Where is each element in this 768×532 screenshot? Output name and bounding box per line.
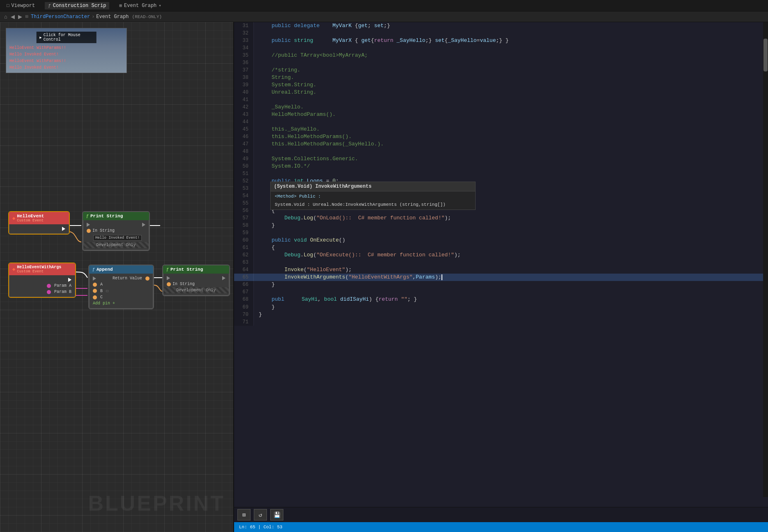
line-num-44: 44 — [234, 118, 254, 126]
refresh-button[interactable]: ↺ — [254, 509, 267, 520]
code-line-43: 43 HelloMethodParams(). — [234, 111, 768, 118]
print-string-1-body: In String Hello Invoked Event! Developme… — [83, 220, 149, 250]
event-icon: ◆ — [12, 215, 15, 221]
param-b-label: Param B — [54, 290, 71, 294]
line-content-37: /*string. — [254, 67, 768, 74]
code-line-62: 62 Debug.Log("OnExecute():: C# member fu… — [234, 251, 768, 259]
line-num-36: 36 — [234, 59, 254, 67]
line-content-50: System.IO.*/ — [254, 163, 768, 170]
event-graph-icon: ⊞ — [119, 3, 122, 8]
code-line-66: 66 } — [234, 281, 768, 288]
scrollbar-thumb[interactable] — [763, 39, 768, 71]
save-button[interactable]: 💾 — [270, 509, 283, 520]
mouse-control-label: Click for Mouse Control — [44, 33, 93, 42]
code-line-49: 49 System.Collections.Generic. — [234, 155, 768, 163]
line-num-33: 33 — [234, 37, 254, 44]
hello-event-exec-pin — [62, 227, 65, 231]
autocomplete-popup[interactable]: (System.Void) InvokeWithArguments <Metho… — [270, 182, 476, 210]
append-return-pin — [145, 276, 149, 281]
top-bar: □ Viewport ƒ Construction Scrip ⊞ Event … — [0, 0, 768, 12]
append-b-pin — [93, 289, 97, 293]
back-button[interactable]: ◀ — [10, 14, 16, 20]
line-num-40: 40 — [234, 89, 254, 96]
line-content-34 — [254, 44, 768, 52]
code-line-63: 63 — [234, 259, 768, 266]
line-num-51: 51 — [234, 170, 254, 177]
event-args-icon: ◆ — [12, 266, 15, 272]
line-content-32 — [254, 30, 768, 37]
line-num-35: 35 — [234, 52, 254, 59]
line-num-57: 57 — [234, 214, 254, 222]
line-num-67: 67 — [234, 288, 254, 296]
breadcrumb-root[interactable]: ThirdPersonCharacter — [31, 14, 90, 20]
breadcrumb-separator-1: › — [92, 14, 94, 20]
log-line-2: Hello Invoked Event! — [9, 51, 66, 58]
code-line-45: 45 this._SayHello. — [234, 126, 768, 133]
print-string-node-1[interactable]: ƒ Print String In String Hello Invoked E… — [82, 211, 150, 251]
hello-event-args-body: Param A Param B — [9, 275, 75, 297]
print-string-node-2[interactable]: ƒ Print String In String Development Onl… — [162, 265, 230, 296]
line-content-46: this.HelloMethodParams(). — [254, 133, 768, 140]
line-content-49: System.Collections.Generic. — [254, 155, 768, 163]
code-lines: 31 public delegate MyVarK {get; set;} 32… — [234, 22, 768, 326]
line-num-55: 55 — [234, 200, 254, 207]
line-content-31: public delegate MyVarK {get; set;} — [254, 22, 768, 30]
line-content-40: Unreal.String. — [254, 89, 768, 96]
hello-event-node[interactable]: ◆ HelloEvent Custom Event — [8, 211, 70, 235]
print-string-2-header: ƒ Print String — [163, 265, 229, 274]
forward-button[interactable]: ▶ — [17, 14, 23, 20]
line-num-50: 50 — [234, 163, 254, 170]
code-line-37: 37 /*string. — [234, 67, 768, 74]
code-line-60: 60 public void OnExecute() — [234, 237, 768, 244]
print-icon-2: ƒ — [166, 267, 169, 272]
append-a-pin — [93, 283, 97, 287]
tab-viewport[interactable]: □ Viewport — [3, 2, 38, 9]
line-num-63: 63 — [234, 259, 254, 266]
param-a-pin — [47, 284, 51, 288]
append-return-label: Return Value — [113, 276, 142, 281]
line-content-62: Debug.Log("OnExecute():: C# member funct… — [254, 251, 768, 259]
tab-dropdown-arrow[interactable]: ▾ — [159, 3, 161, 8]
line-num-54: 54 — [234, 192, 254, 200]
mouse-control-button[interactable]: Click for Mouse Control — [36, 32, 97, 43]
code-line-41: 41 — [234, 96, 768, 104]
code-editor[interactable]: 31 public delegate MyVarK {get; set;} 32… — [234, 22, 768, 507]
print-1-value[interactable]: Hello Invoked Event! — [93, 235, 142, 241]
scrollbar[interactable] — [763, 22, 768, 497]
append-a-label: A — [100, 282, 103, 287]
print-2-warning: Development Only — [163, 287, 229, 293]
construction-icon: ƒ — [48, 3, 51, 8]
tab-event-graph[interactable]: ⊞ Event Graph ▾ — [116, 2, 164, 9]
code-line-71: 71 — [234, 318, 768, 326]
breadcrumb-bar: ⌂ ◀ ▶ ⊞ ThirdPersonCharacter › Event Gra… — [0, 12, 768, 22]
tab-construction-script[interactable]: ƒ Construction Scrip — [45, 2, 109, 9]
line-content-48 — [254, 148, 768, 155]
hello-event-body — [9, 224, 69, 234]
home-button[interactable]: ⌂ — [3, 14, 8, 20]
line-num-47: 47 — [234, 140, 254, 148]
add-pin-row[interactable]: Add pin + — [90, 300, 153, 306]
param-a-label: Param A — [54, 283, 71, 288]
line-content-71 — [254, 318, 768, 326]
append-b-checkbox[interactable]: ☐ — [106, 288, 108, 293]
status-bar: Ln: 65 | Col: 53 — [234, 522, 768, 532]
line-content-33: public string MyVarX { get{return _SayHe… — [254, 37, 768, 44]
line-num-43: 43 — [234, 111, 254, 118]
code-line-31: 31 public delegate MyVarK {get; set;} — [234, 22, 768, 30]
line-num-66: 66 — [234, 281, 254, 288]
hello-event-args-node[interactable]: ◆ HelloEventWithArgs Custom Event Param … — [8, 263, 76, 298]
line-content-66: } — [254, 281, 768, 288]
param-b-pin — [47, 290, 51, 294]
line-num-31: 31 — [234, 22, 254, 30]
line-content-60: public void OnExecute() — [254, 237, 768, 244]
print-1-instring-pin — [87, 229, 91, 233]
add-pin-label[interactable]: Add pin + — [93, 301, 115, 306]
blueprint-graph-panel[interactable]: Click for Mouse Control HelloEvent WithP… — [0, 22, 234, 532]
print-1-exec-out — [142, 223, 145, 227]
grid-button[interactable]: ⊞ — [237, 509, 251, 520]
line-num-37: 37 — [234, 67, 254, 74]
append-node[interactable]: ƒ Append Return Value A B ☐ — [88, 265, 154, 309]
code-line-69: 69 } — [234, 304, 768, 311]
print-2-instring-label: In String — [172, 282, 195, 286]
args-exec-pin — [68, 278, 71, 282]
